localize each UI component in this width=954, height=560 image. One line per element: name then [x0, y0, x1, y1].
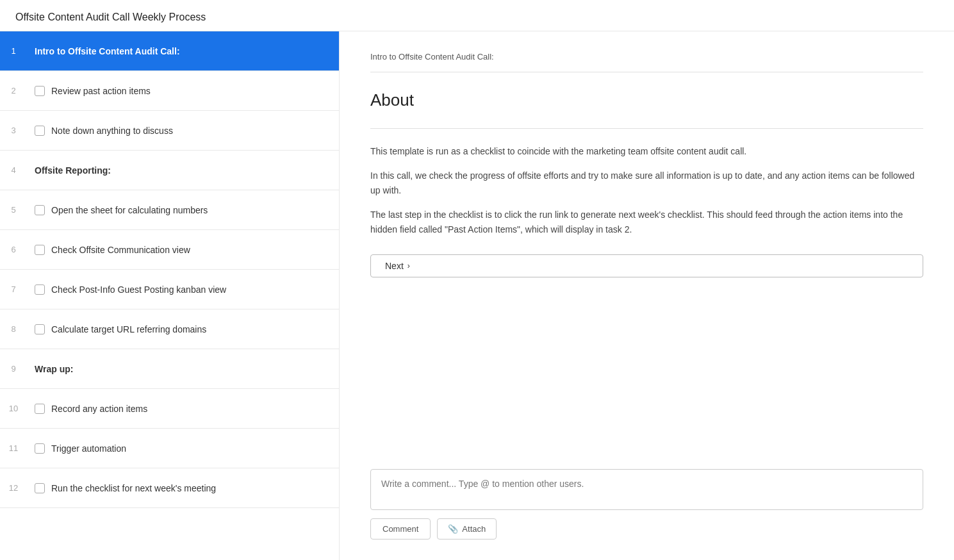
item-body[interactable]: Check Post-Info Guest Posting kanban vie… [27, 276, 339, 304]
item-checkbox[interactable] [35, 205, 45, 215]
item-label: Check Post-Info Guest Posting kanban vie… [51, 284, 226, 295]
checklist-item: 11Trigger automation [0, 429, 339, 468]
item-number: 12 [0, 483, 27, 493]
chevron-right-icon: › [407, 261, 410, 270]
checklist-item: 7Check Post-Info Guest Posting kanban vi… [0, 270, 339, 309]
item-number: 8 [0, 324, 27, 334]
item-label: Note down anything to discuss [51, 126, 173, 136]
checklist-item: 2Review past action items [0, 71, 339, 111]
item-body[interactable]: Calculate target URL referring domains [27, 315, 339, 343]
page-title: Offsite Content Audit Call Weekly Proces… [0, 0, 954, 31]
item-checkbox[interactable] [35, 483, 45, 493]
right-panel: Intro to Offsite Content Audit Call: Abo… [340, 31, 954, 560]
item-label: Record any action items [51, 404, 147, 414]
about-paragraph-3: The last step in the checklist is to cli… [370, 208, 923, 236]
item-label: Review past action items [51, 86, 151, 96]
item-checkbox[interactable] [35, 86, 45, 96]
checklist-item: 12Run the checklist for next week's meet… [0, 468, 339, 508]
item-label: Open the sheet for calculating numbers [51, 205, 208, 215]
item-body: Intro to Offsite Content Audit Call: [27, 37, 339, 65]
checklist-item[interactable]: 1Intro to Offsite Content Audit Call: [0, 31, 339, 71]
item-number: 2 [0, 86, 27, 95]
item-number: 6 [0, 245, 27, 254]
item-label: Run the checklist for next week's meetin… [51, 483, 216, 493]
item-body[interactable]: Note down anything to discuss [27, 117, 339, 145]
item-label: Calculate target URL referring domains [51, 324, 206, 334]
checklist-item: 3Note down anything to discuss [0, 111, 339, 151]
about-paragraph-2: In this call, we check the progress of o… [370, 169, 923, 197]
item-checkbox[interactable] [35, 126, 45, 136]
item-number: 1 [0, 46, 27, 56]
item-body[interactable]: Open the sheet for calculating numbers [27, 196, 339, 224]
item-number: 7 [0, 284, 27, 294]
item-body[interactable]: Check Offsite Communication view [27, 236, 339, 264]
attach-button-label: Attach [462, 524, 486, 534]
checklist-item: 8Calculate target URL referring domains [0, 309, 339, 349]
comment-section: Comment 📎 Attach [370, 469, 923, 539]
item-label: Trigger automation [51, 443, 126, 454]
comment-input[interactable] [370, 469, 923, 510]
item-number: 10 [0, 404, 27, 413]
comment-button[interactable]: Comment [370, 518, 431, 539]
right-divider2 [370, 128, 923, 129]
item-body: Wrap up: [27, 355, 339, 383]
item-checkbox[interactable] [35, 324, 45, 334]
checklist-item: 4Offsite Reporting: [0, 151, 339, 190]
attach-button[interactable]: 📎 Attach [437, 518, 497, 539]
left-panel: 1Intro to Offsite Content Audit Call:2Re… [0, 31, 340, 560]
checklist-item: 6Check Offsite Communication view [0, 230, 339, 270]
right-header: Intro to Offsite Content Audit Call: [370, 52, 923, 62]
comment-actions: Comment 📎 Attach [370, 518, 923, 539]
item-label: Offsite Reporting: [35, 165, 111, 176]
item-label: Wrap up: [35, 364, 73, 374]
item-label: Intro to Offsite Content Audit Call: [35, 46, 180, 56]
next-button[interactable]: Next › [370, 254, 923, 277]
main-content: 1Intro to Offsite Content Audit Call:2Re… [0, 31, 954, 560]
item-number: 3 [0, 126, 27, 135]
item-checkbox[interactable] [35, 245, 45, 255]
checklist-item: 9Wrap up: [0, 349, 339, 389]
item-label: Check Offsite Communication view [51, 245, 190, 255]
item-number: 9 [0, 364, 27, 374]
item-body[interactable]: Record any action items [27, 395, 339, 423]
about-title: About [370, 90, 923, 110]
paperclip-icon: 📎 [448, 524, 458, 534]
item-number: 5 [0, 205, 27, 215]
item-checkbox[interactable] [35, 443, 45, 454]
item-checkbox[interactable] [35, 284, 45, 295]
checklist-item: 10Record any action items [0, 389, 339, 429]
checklist-item: 5Open the sheet for calculating numbers [0, 190, 339, 230]
page-wrapper: Offsite Content Audit Call Weekly Proces… [0, 0, 954, 560]
right-divider [370, 72, 923, 72]
item-body[interactable]: Trigger automation [27, 434, 339, 463]
item-number: 11 [0, 443, 27, 453]
item-number: 4 [0, 165, 27, 175]
item-body[interactable]: Review past action items [27, 77, 339, 105]
item-body[interactable]: Run the checklist for next week's meetin… [27, 474, 339, 502]
item-body: Offsite Reporting: [27, 156, 339, 185]
next-button-label: Next [385, 261, 404, 271]
item-checkbox[interactable] [35, 404, 45, 414]
about-paragraph-1: This template is run as a checklist to c… [370, 144, 923, 158]
